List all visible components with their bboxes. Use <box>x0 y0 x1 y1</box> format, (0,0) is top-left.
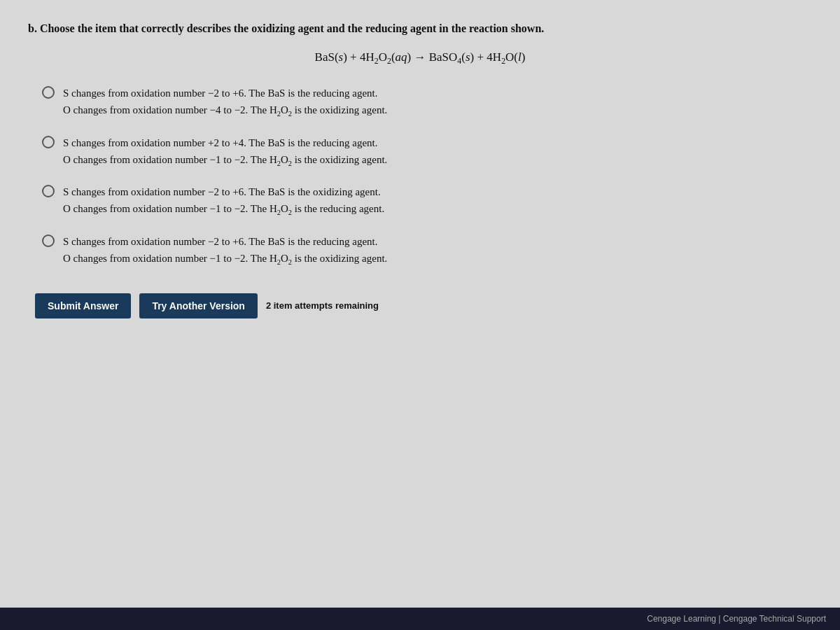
try-another-version-button[interactable]: Try Another Version <box>139 293 258 318</box>
option-1-line1: S changes from oxidation number −2 to +6… <box>63 85 387 102</box>
options-container: S changes from oxidation number −2 to +6… <box>42 85 812 269</box>
radio-option-3[interactable] <box>42 185 55 197</box>
option-4-line2: O changes from oxidation number −1 to −2… <box>63 250 387 269</box>
option-2: S changes from oxidation number +2 to +4… <box>42 134 812 170</box>
option-3: S changes from oxidation number −2 to +6… <box>42 183 812 219</box>
radio-option-1[interactable] <box>42 86 55 99</box>
radio-option-4[interactable] <box>42 234 55 247</box>
option-3-text: S changes from oxidation number −2 to +6… <box>63 183 384 219</box>
option-3-line2: O changes from oxidation number −1 to −2… <box>63 200 384 219</box>
option-2-text: S changes from oxidation number +2 to +4… <box>63 134 387 170</box>
option-4-line1: S changes from oxidation number −2 to +6… <box>63 233 387 250</box>
radio-option-2[interactable] <box>42 136 55 148</box>
bottom-bar: Cengage Learning | Cengage Technical Sup… <box>0 608 840 630</box>
option-1: S changes from oxidation number −2 to +6… <box>42 85 812 120</box>
option-2-line2: O changes from oxidation number −1 to −2… <box>63 151 387 170</box>
submit-answer-button[interactable]: Submit Answer <box>35 293 131 318</box>
attempts-remaining: 2 item attempts remaining <box>266 300 379 311</box>
buttons-area: Submit Answer Try Another Version 2 item… <box>35 293 812 318</box>
question-text: b. Choose the item that correctly descri… <box>28 21 812 36</box>
question-body: Choose the item that correctly describes… <box>40 22 544 34</box>
main-content: b. Choose the item that correctly descri… <box>0 0 840 608</box>
option-3-line1: S changes from oxidation number −2 to +6… <box>63 183 384 200</box>
equation-display: BaS(s) + 4H2O2(aq) → BaSO4(s) + 4H2O(l) <box>28 50 812 66</box>
question-prefix: b. <box>28 22 37 34</box>
option-1-text: S changes from oxidation number −2 to +6… <box>63 85 387 120</box>
option-4-text: S changes from oxidation number −2 to +6… <box>63 233 387 269</box>
option-2-line1: S changes from oxidation number +2 to +4… <box>63 134 387 151</box>
option-4: S changes from oxidation number −2 to +6… <box>42 233 812 269</box>
footer-text: Cengage Learning | Cengage Technical Sup… <box>647 614 826 624</box>
option-1-line2: O changes from oxidation number −4 to −2… <box>63 102 387 120</box>
